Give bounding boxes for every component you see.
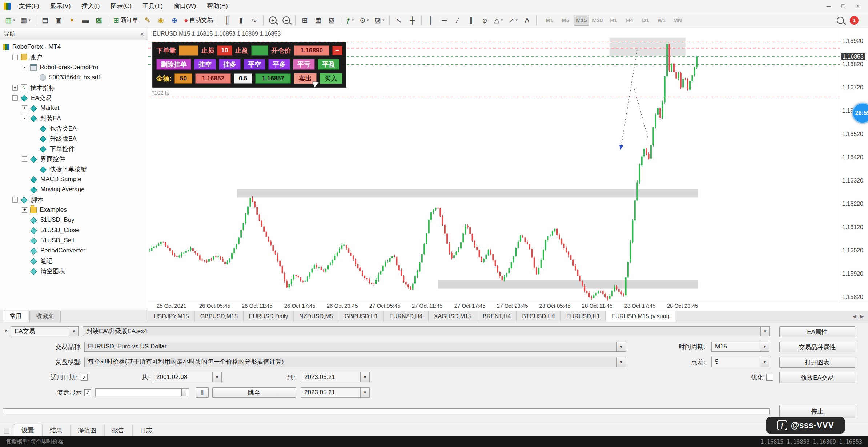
cascade-windows-button[interactable]: ▧ bbox=[325, 14, 338, 27]
shapes-tool-button[interactable]: △▾ bbox=[492, 14, 505, 27]
symbol-select[interactable]: EURUSD, Euro vs US Dollar bbox=[84, 342, 626, 352]
trade-button-平盈[interactable]: 平盈 bbox=[318, 59, 339, 70]
tree-item-examples[interactable]: +Examples bbox=[0, 205, 148, 215]
timeframe-d1[interactable]: D1 bbox=[638, 15, 653, 26]
visual-mode-checkbox[interactable]: ✓ bbox=[84, 389, 91, 396]
menu-item-窗口-w[interactable]: 窗口(W) bbox=[169, 0, 201, 12]
chart-line-button[interactable]: ∿ bbox=[248, 14, 260, 27]
from-date-input[interactable]: 2001.02.08 bbox=[153, 372, 222, 382]
chart-tab-eurnzd-h4[interactable]: EURNZD,H4 bbox=[384, 311, 429, 322]
chart-tab-brent-h4[interactable]: BRENT,H4 bbox=[477, 311, 517, 322]
horizontal-line-tool-button[interactable]: ─ bbox=[438, 14, 450, 27]
tree-item-快捷下单按键[interactable]: 快捷下单按键 bbox=[0, 164, 148, 174]
tester-tab-设置[interactable]: 设置 bbox=[14, 424, 41, 436]
tree-item-roboforex-mt4[interactable]: RoboForex - MT4 bbox=[0, 42, 148, 52]
tree-item-roboforex-demopro[interactable]: -RoboForex-DemoPro bbox=[0, 62, 148, 72]
menu-item-工具-t[interactable]: 工具(T) bbox=[137, 0, 168, 12]
spread-select[interactable]: 5 bbox=[711, 357, 769, 367]
timeframe-mn[interactable]: MN bbox=[670, 15, 685, 26]
trendline-tool-button[interactable]: ∕ bbox=[451, 14, 464, 27]
arrange-windows-button[interactable]: ▦ bbox=[312, 14, 324, 27]
pause-button[interactable]: || bbox=[196, 387, 209, 398]
vertical-line-tool-button[interactable]: │ bbox=[425, 14, 437, 27]
new-order-button[interactable]: ⊞新订单 bbox=[111, 14, 140, 27]
arrows-tool-button[interactable]: ↗▾ bbox=[506, 14, 519, 27]
indicators-button[interactable]: ƒ▾ bbox=[344, 14, 356, 27]
templates-button[interactable]: ▨▾ bbox=[372, 14, 386, 27]
tree-item-500338644-hs-sdf[interactable]: 500338644: hs sdf bbox=[0, 72, 148, 83]
tree-expander-icon[interactable]: - bbox=[12, 95, 18, 101]
timeframe-m15[interactable]: M15 bbox=[574, 15, 589, 26]
timeframe-w1[interactable]: W1 bbox=[654, 15, 669, 26]
chart-tab-eurusd-m15-visual[interactable]: EURUSD,M15 (visual) bbox=[606, 311, 675, 322]
tree-item-升级版ea[interactable]: 升级版EA bbox=[0, 133, 148, 144]
stop-button[interactable]: 停止 bbox=[779, 405, 855, 418]
model-select[interactable]: 每个即时价格(基于所有可利用的最小时段的每一个价格的分形插值计算) bbox=[84, 357, 626, 367]
tester-tab-日志[interactable]: 日志 bbox=[132, 424, 160, 436]
to-date-input[interactable]: 2023.05.21 bbox=[301, 372, 370, 382]
tree-item-ea交易[interactable]: -EA交易 bbox=[0, 93, 148, 103]
menu-item-显示-v[interactable]: 显示(V) bbox=[45, 0, 76, 12]
crosshair-tool-button[interactable]: ┼ bbox=[406, 14, 418, 27]
open-price-input[interactable]: 1.16890 bbox=[294, 45, 330, 56]
chart-bars-button[interactable]: ║ bbox=[221, 14, 233, 27]
visual-speed-slider[interactable] bbox=[95, 388, 189, 396]
navigator-tab-常用[interactable]: 常用 bbox=[3, 311, 28, 322]
notification-badge[interactable]: 1 bbox=[850, 16, 859, 25]
chart-tab-usdjpy-m15[interactable]: USDJPY,M15 bbox=[148, 311, 195, 322]
tree-item-51usd-close[interactable]: 51USD_Close bbox=[0, 225, 148, 235]
tree-expander-icon[interactable]: + bbox=[12, 85, 18, 91]
scroll-left-icon[interactable]: ◀ bbox=[853, 314, 856, 319]
channel-tool-button[interactable]: ∥ bbox=[465, 14, 477, 27]
panel-collapse-button[interactable]: − bbox=[332, 46, 342, 55]
tree-item-账户[interactable]: -账户 bbox=[0, 52, 148, 62]
tree-expander-icon[interactable]: - bbox=[12, 197, 18, 203]
chart-tab-eurusd-daily[interactable]: EURUSD,Daily bbox=[244, 311, 294, 322]
tree-expander-icon[interactable]: - bbox=[22, 156, 27, 162]
web-terminal-button[interactable]: ⊕ bbox=[168, 14, 181, 27]
navigator-close-icon[interactable]: × bbox=[140, 31, 144, 37]
takeprofit-input[interactable] bbox=[251, 45, 268, 56]
tester-tab-报告[interactable]: 报告 bbox=[104, 424, 132, 436]
price-axis[interactable]: 1.169201.168531.168201.167201.166201.165… bbox=[840, 28, 868, 301]
chart-profiles-button[interactable]: ▦▾ bbox=[18, 14, 32, 27]
tree-expander-icon[interactable]: - bbox=[12, 55, 18, 60]
use-date-checkbox[interactable]: ✓ bbox=[81, 374, 88, 381]
tree-expander-icon[interactable]: + bbox=[22, 207, 27, 213]
expert-properties-button[interactable]: EA属性 bbox=[779, 326, 855, 337]
navigator-tab-收藏夹[interactable]: 收藏夹 bbox=[29, 311, 61, 322]
tree-item-macd-sample[interactable]: MACD Sample bbox=[0, 174, 148, 184]
tile-windows-button[interactable]: ⊞ bbox=[298, 14, 311, 27]
tree-item-51usd-sell[interactable]: 51USD_Sell bbox=[0, 235, 148, 246]
trade-button-挂空[interactable]: 挂空 bbox=[194, 59, 216, 70]
tester-tab-净值图[interactable]: 净值图 bbox=[70, 424, 104, 436]
tree-item-脚本[interactable]: -脚本 bbox=[0, 195, 148, 205]
zoom-in-button[interactable]: + bbox=[266, 14, 279, 27]
chart-tab-xagusd-m15[interactable]: XAGUSD,M15 bbox=[429, 311, 477, 322]
menu-item-图表-c[interactable]: 图表(C) bbox=[105, 0, 137, 12]
chart-candles-button[interactable]: ▮ bbox=[234, 14, 247, 27]
trade-button-挂多[interactable]: 挂多 bbox=[219, 59, 241, 70]
trade-button-平多[interactable]: 平多 bbox=[268, 59, 290, 70]
tree-item-51usd-buy[interactable]: 51USD_Buy bbox=[0, 215, 148, 225]
tree-item-界面控件[interactable]: -界面控件 bbox=[0, 154, 148, 164]
slider-handle[interactable] bbox=[181, 389, 186, 396]
tree-item-笔记[interactable]: 笔记 bbox=[0, 256, 148, 266]
market-watch-button[interactable]: ▤ bbox=[39, 14, 51, 27]
timeframe-m30[interactable]: M30 bbox=[590, 15, 605, 26]
timeframe-h1[interactable]: H1 bbox=[606, 15, 621, 26]
zoom-out-button[interactable]: − bbox=[280, 14, 292, 27]
timeframe-m5[interactable]: M5 bbox=[558, 15, 573, 26]
menu-item-帮助-h[interactable]: 帮助(H) bbox=[202, 0, 233, 12]
data-window-button[interactable]: ▣ bbox=[52, 14, 65, 27]
tree-expander-icon[interactable]: - bbox=[22, 116, 27, 121]
tree-item-技术指标[interactable]: +技术指标 bbox=[0, 83, 148, 93]
close-button[interactable]: × bbox=[856, 3, 859, 9]
trade-button-平亏[interactable]: 平亏 bbox=[293, 59, 315, 70]
tester-close-button[interactable]: × bbox=[3, 328, 9, 335]
terminal-toggle-button[interactable]: ▬ bbox=[79, 14, 92, 27]
tree-expander-icon[interactable]: + bbox=[22, 105, 27, 111]
metaeditor-button[interactable]: ✎ bbox=[141, 14, 154, 27]
cursor-tool-button[interactable]: ↖ bbox=[393, 14, 405, 27]
trade-button-删除挂单[interactable]: 删除挂单 bbox=[156, 59, 191, 70]
